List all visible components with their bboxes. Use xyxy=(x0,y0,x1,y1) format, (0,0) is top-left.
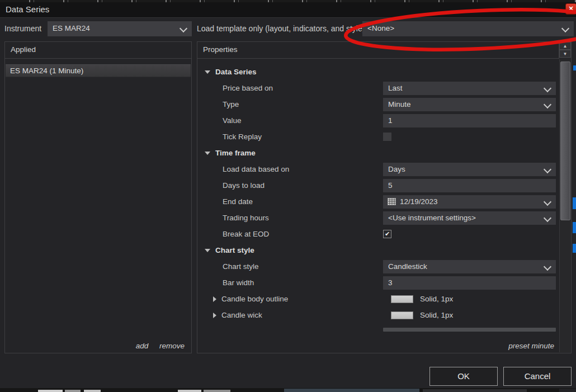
close-button[interactable]: ✕ xyxy=(565,3,576,15)
property-label: End date xyxy=(223,197,253,206)
property-label: Days to load xyxy=(223,181,265,190)
property-value: Solid, 1px xyxy=(383,308,556,322)
property-value: 12/19/2023 xyxy=(383,195,556,209)
chevron-down-icon xyxy=(180,25,187,32)
background-fragment xyxy=(573,244,576,253)
property-row: Value1 xyxy=(197,112,559,129)
properties-panel: Properties ▲ ▼ Data SeriesPrice based on… xyxy=(197,41,572,353)
add-link[interactable]: add xyxy=(136,342,149,350)
property-label: Candle wick xyxy=(221,311,262,319)
vertical-scrollbar-thumb[interactable] xyxy=(560,62,570,220)
group-label: Data Series xyxy=(215,68,257,76)
data-series-dialog: Data Series ✕ Instrument ES MAR24 Load t… xyxy=(0,2,576,388)
value-input[interactable]: 3 xyxy=(383,276,556,290)
scroll-down-button[interactable]: ▼ xyxy=(559,50,571,58)
color-swatch xyxy=(391,295,413,303)
property-label: Chart style xyxy=(223,262,259,271)
chevron-down-icon xyxy=(561,25,569,32)
collapse-triangle-icon xyxy=(205,249,210,252)
applied-panel-header: Applied xyxy=(5,42,191,59)
field-value: 5 xyxy=(388,179,393,192)
value-input[interactable]: 1 xyxy=(383,114,556,127)
property-label: Load data based on xyxy=(223,165,289,173)
property-value: <Use instrument settings> xyxy=(383,211,556,225)
field-value: Days xyxy=(388,163,405,176)
dialog-title: Data Series xyxy=(6,4,49,14)
property-row: Bar width3 xyxy=(197,275,559,291)
field-value: <Use instrument settings> xyxy=(388,211,476,225)
vertical-scrollbar[interactable] xyxy=(559,59,570,352)
property-row: Trading hours<Use instrument settings> xyxy=(197,210,559,226)
expand-triangle-icon[interactable] xyxy=(213,313,216,318)
applied-panel: Applied ES MAR24 (1 Minute) add remove xyxy=(4,41,192,353)
value-dropdown[interactable]: Last xyxy=(383,82,556,95)
field-value: 1 xyxy=(388,114,393,127)
property-row: Load data based onDays xyxy=(197,161,559,177)
check-icon: ✔ xyxy=(385,230,390,237)
chevron-down-icon xyxy=(544,100,551,108)
property-value: Solid, 1px xyxy=(383,292,556,306)
property-value xyxy=(383,130,556,144)
horizontal-scrollbar-thumb[interactable] xyxy=(383,328,556,332)
property-group-header[interactable]: Chart style xyxy=(197,242,559,258)
remove-link[interactable]: remove xyxy=(159,342,185,350)
field-value: 3 xyxy=(388,276,393,290)
background-window-bottom-sliver xyxy=(0,388,576,392)
property-row: TypeMinute xyxy=(197,96,559,112)
swatch-label: Solid, 1px xyxy=(420,295,453,303)
value-input[interactable]: 5 xyxy=(383,179,556,192)
dialog-titlebar[interactable]: Data Series ✕ xyxy=(0,2,576,18)
checkbox[interactable] xyxy=(383,133,391,141)
scroll-arrow-box: ▲ ▼ xyxy=(559,42,571,59)
up-arrow-icon: ▲ xyxy=(563,44,568,49)
value-dropdown[interactable]: Days xyxy=(383,163,556,176)
chevron-down-icon xyxy=(544,197,551,205)
value-dropdown[interactable]: Candlestick xyxy=(383,260,556,273)
cancel-button[interactable]: Cancel xyxy=(503,367,572,386)
instrument-value: ES MAR24 xyxy=(53,21,90,36)
property-label: Value xyxy=(223,116,242,125)
checkbox[interactable]: ✔ xyxy=(383,230,391,238)
property-label: Type xyxy=(223,100,239,108)
value-dropdown[interactable]: <Use instrument settings> xyxy=(383,211,556,225)
property-value: ✔ xyxy=(383,227,556,241)
chevron-down-icon xyxy=(544,165,551,173)
property-row: Days to load5 xyxy=(197,177,559,193)
property-label: Trading hours xyxy=(223,214,269,222)
property-row: Candle wickSolid, 1px xyxy=(197,307,559,323)
property-label: Break at EOD xyxy=(223,230,269,238)
color-swatch xyxy=(391,311,413,319)
expand-triangle-icon[interactable] xyxy=(213,296,216,302)
property-label: Bar width xyxy=(223,278,254,287)
background-fragment xyxy=(573,65,576,70)
background-fragment xyxy=(573,197,576,209)
ok-button[interactable]: OK xyxy=(429,367,498,386)
property-value: 5 xyxy=(383,178,556,192)
property-label: Price based on xyxy=(223,84,273,92)
scroll-up-button[interactable]: ▲ xyxy=(559,42,571,50)
value-dropdown[interactable]: Minute xyxy=(383,98,556,111)
property-row: Chart styleCandlestick xyxy=(197,258,559,275)
property-value: Minute xyxy=(383,97,556,111)
instrument-dropdown[interactable]: ES MAR24 xyxy=(48,21,192,36)
field-value: Minute xyxy=(388,98,411,111)
property-value: Last xyxy=(383,81,556,95)
template-dropdown[interactable]: <None> xyxy=(362,21,574,36)
property-group-header[interactable]: Data Series xyxy=(197,64,559,80)
properties-rows: Data SeriesPrice based onLastTypeMinuteV… xyxy=(197,59,559,353)
property-row: End date12/19/2023 xyxy=(197,193,559,210)
group-label: Chart style xyxy=(215,246,254,254)
properties-panel-header: Properties xyxy=(197,42,559,59)
property-row: Tick Replay xyxy=(197,129,559,145)
collapse-triangle-icon xyxy=(205,70,210,74)
property-value: Days xyxy=(383,162,556,176)
property-row: Price based onLast xyxy=(197,80,559,96)
down-arrow-icon: ▼ xyxy=(563,51,568,56)
date-picker[interactable]: 12/19/2023 xyxy=(383,195,556,209)
preset-link[interactable]: preset minute xyxy=(508,342,554,350)
applied-list-item[interactable]: ES MAR24 (1 Minute) xyxy=(6,64,191,77)
property-value: 3 xyxy=(383,276,556,290)
property-label: Candle body outline xyxy=(221,295,288,303)
property-group-header[interactable]: Time frame xyxy=(197,145,559,161)
chevron-down-icon xyxy=(544,84,551,92)
